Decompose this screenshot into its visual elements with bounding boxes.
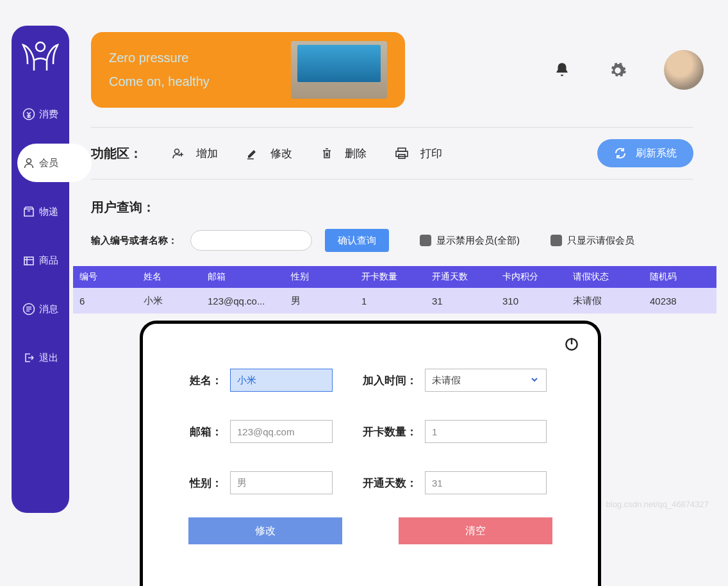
nav-label: 物递 (39, 206, 58, 218)
checkbox-label: 显示禁用会员(全部) (436, 235, 520, 247)
th-leave: 请假状态 (567, 271, 643, 283)
th-gender: 性别 (285, 271, 355, 283)
header-icons (554, 50, 704, 90)
svg-rect-3 (24, 257, 33, 265)
svg-point-0 (36, 42, 45, 51)
td-rand: 40238 (643, 296, 714, 306)
td-days: 31 (426, 296, 496, 306)
power-close-icon[interactable] (563, 335, 580, 355)
show-disabled-checkbox[interactable]: 显示禁用会员(全部) (420, 235, 520, 247)
header: Zero pressure Come on, healthy (91, 32, 716, 108)
bell-icon[interactable] (554, 62, 570, 78)
refresh-label: 刷新系统 (636, 147, 677, 160)
clear-button[interactable]: 清空 (399, 517, 552, 544)
members-table: 编号 姓名 邮箱 性别 开卡数量 开通天数 卡内积分 请假状态 随机码 6 小米… (73, 266, 716, 314)
banner-line2: Come on, healthy (109, 74, 210, 89)
td-gender: 男 (285, 295, 355, 307)
th-rand: 随机码 (643, 271, 714, 283)
nav-label: 消息 (39, 303, 58, 315)
th-name: 姓名 (137, 271, 201, 283)
sidebar-item-member[interactable]: 会员 (22, 156, 58, 169)
nav-label: 消费 (39, 108, 58, 121)
checkbox-icon (420, 235, 431, 246)
function-title: 功能区： (91, 145, 142, 162)
td-id: 6 (73, 296, 137, 306)
days-field[interactable] (425, 471, 547, 494)
sidebar: 消费 会员 物递 商品 消息 退出 (12, 26, 69, 513)
sidebar-item-logout[interactable]: 退出 (22, 351, 58, 364)
avatar[interactable] (664, 50, 704, 90)
print-label: 打印 (420, 146, 442, 161)
td-name: 小米 (137, 295, 201, 307)
cards-label: 开卡数量： (360, 424, 417, 439)
nav-label: 退出 (39, 352, 58, 364)
th-id: 编号 (73, 271, 137, 283)
name-field[interactable] (230, 369, 333, 392)
cards-field[interactable] (425, 420, 547, 443)
th-points: 卡内积分 (496, 271, 567, 283)
sidebar-item-delivery[interactable]: 物递 (22, 205, 58, 218)
muscle-logo-icon (21, 38, 60, 76)
query-row: 输入编号或者名称： 确认查询 显示禁用会员(全部) 只显示请假会员 (91, 229, 693, 252)
th-email: 邮箱 (201, 271, 285, 283)
show-leave-checkbox[interactable]: 只显示请假会员 (550, 235, 634, 247)
query-label: 输入编号或者名称： (91, 235, 178, 247)
nav: 消费 会员 物递 商品 消息 退出 (12, 108, 69, 364)
th-days: 开通天数 (426, 271, 496, 283)
divider (91, 127, 693, 128)
edit-member-modal: 姓名： 加入时间： 邮箱： 开卡数量： (140, 321, 601, 586)
print-button[interactable]: 打印 (388, 146, 449, 161)
td-leave: 未请假 (567, 295, 643, 307)
delete-button[interactable]: 删除 (314, 146, 373, 161)
gear-icon[interactable] (609, 62, 625, 78)
sidebar-item-consume[interactable]: 消费 (22, 108, 58, 121)
nav-label: 商品 (39, 255, 58, 267)
svg-point-5 (175, 149, 179, 154)
join-time-select[interactable] (425, 369, 547, 392)
query-title: 用户查询： (91, 199, 716, 216)
table-row[interactable]: 6 小米 123@qq.co... 男 1 31 310 未请假 40238 (73, 288, 716, 314)
confirm-query-button[interactable]: 确认查询 (325, 229, 389, 252)
join-label: 加入时间： (360, 373, 417, 388)
td-email: 123@qq.co... (201, 296, 285, 306)
gender-label: 性别： (165, 476, 222, 490)
th-cards: 开卡数量 (355, 271, 426, 283)
email-field[interactable] (230, 420, 333, 443)
app-root: 消费 会员 物递 商品 消息 退出 (12, 26, 716, 513)
td-points: 310 (496, 296, 567, 306)
watermark: blog.csdn.net/qq_46874327 (606, 499, 709, 509)
table-header: 编号 姓名 邮箱 性别 开卡数量 开通天数 卡内积分 请假状态 随机码 (73, 266, 716, 288)
nav-label: 会员 (39, 157, 58, 169)
add-label: 增加 (196, 146, 218, 161)
refresh-button[interactable]: 刷新系统 (597, 139, 693, 167)
sidebar-item-goods[interactable]: 商品 (22, 254, 58, 267)
svg-point-2 (27, 159, 31, 163)
sidebar-item-message[interactable]: 消息 (22, 303, 58, 315)
delete-label: 删除 (345, 146, 367, 161)
laptop-icon (291, 41, 387, 99)
checkbox-icon (550, 235, 562, 246)
add-button[interactable]: 增加 (165, 146, 224, 161)
banner-line1: Zero pressure (109, 51, 210, 65)
banner: Zero pressure Come on, healthy (91, 32, 405, 108)
checkbox-label: 只显示请假会员 (567, 235, 634, 247)
function-row: 功能区： 增加 修改 删除 打印 刷新系统 (91, 139, 693, 167)
edit-button[interactable]: 修改 (240, 146, 299, 161)
edit-label: 修改 (270, 146, 292, 161)
email-label: 邮箱： (165, 424, 222, 439)
gender-field[interactable] (230, 471, 333, 494)
days-label: 开通天数： (360, 476, 417, 490)
td-cards: 1 (355, 296, 426, 306)
svg-rect-7 (396, 151, 408, 156)
name-label: 姓名： (165, 373, 222, 388)
modify-button[interactable]: 修改 (188, 517, 342, 544)
divider (91, 179, 693, 180)
search-input[interactable] (190, 230, 312, 251)
